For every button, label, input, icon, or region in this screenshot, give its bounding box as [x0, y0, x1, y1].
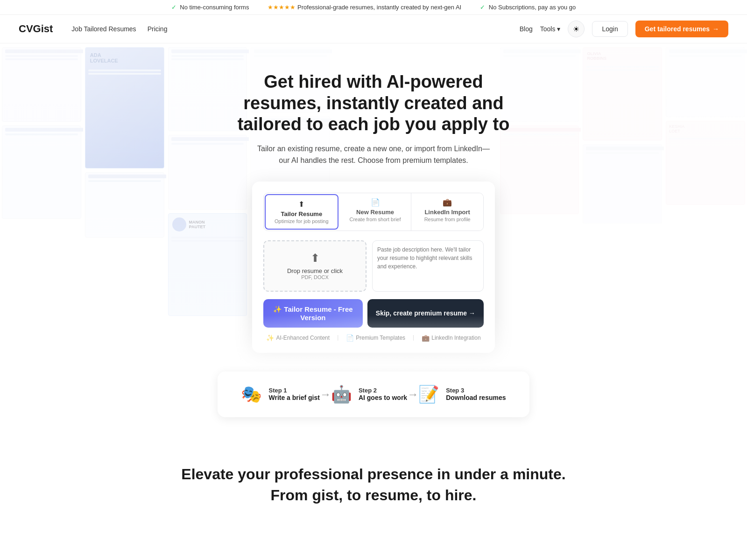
- step2-desc: AI goes to work: [359, 394, 407, 401]
- check-icon1: ✓: [171, 4, 176, 11]
- tab-new-title: New Resume: [356, 209, 394, 216]
- tab-linkedin-import[interactable]: 💼 LinkedIn Import Resume from profile: [411, 193, 483, 231]
- upload-area: ⬆ Drop resume or click PDF, DOCX: [263, 240, 484, 292]
- document-icon: 📄: [371, 198, 380, 207]
- step1-text: Step 1 Write a brief gist: [268, 387, 319, 401]
- tab-tailor-title: Tailor Resume: [281, 210, 323, 217]
- step2-label: Step 2: [359, 387, 407, 394]
- banner-item1: ✓ No time-consuming forms: [171, 4, 249, 11]
- step2-text: Step 2 AI goes to work: [359, 387, 407, 401]
- top-banner: ✓ No time-consuming forms ★★★★★ Professi…: [0, 0, 747, 15]
- nav-tailored-resumes[interactable]: Job Tailored Resumes: [71, 25, 136, 33]
- step3-icon: 📝: [418, 385, 439, 404]
- tab-new-resume[interactable]: 📄 New Resume Create from short brief: [339, 193, 412, 231]
- tab-row: ⬆ Tailor Resume Optimize for job posting…: [263, 193, 484, 231]
- tab-tailor-sub: Optimize for job posting: [275, 218, 329, 224]
- step3: 📝 Step 3 Download resumes: [418, 385, 506, 404]
- step1-arrow-icon: →: [320, 388, 331, 401]
- nav-links: Job Tailored Resumes Pricing: [71, 25, 167, 33]
- cta-label: Get tailored resumes: [645, 25, 710, 33]
- check-icon2: ✓: [480, 4, 485, 11]
- login-button[interactable]: Login: [592, 21, 627, 37]
- drop-zone[interactable]: ⬆ Drop resume or click PDF, DOCX: [263, 240, 366, 292]
- step3-text: Step 3 Download resumes: [446, 387, 506, 401]
- stars: ★★★★★: [268, 4, 296, 11]
- bottom-section: Elevate your professional presence in un…: [0, 436, 747, 525]
- navbar-right: Blog Tools ▾ ☀ Login Get tailored resume…: [520, 21, 728, 37]
- tools-chevron-icon: ▾: [557, 25, 560, 33]
- hero-title: Get hired with AI-powered resumes, insta…: [233, 71, 514, 135]
- banner-item3: ✓ No Subscriptions, pay as you go: [480, 4, 576, 11]
- get-tailored-resumes-button[interactable]: Get tailored resumes →: [635, 21, 728, 37]
- step1-label: Step 1: [268, 387, 319, 394]
- nav-pricing[interactable]: Pricing: [148, 25, 168, 33]
- logo[interactable]: CVGist: [19, 23, 53, 35]
- cta-arrow-icon: →: [712, 25, 719, 33]
- step3-label: Step 3: [446, 387, 506, 394]
- sun-icon: ☀: [573, 25, 579, 34]
- tab-new-sub: Create from short brief: [349, 217, 401, 222]
- banner-item2: ★★★★★ Professional-grade resumes, instan…: [268, 4, 461, 11]
- hero-section: ADALOVELACE MANONPAUTET: [0, 43, 747, 371]
- step2-arrow-icon: →: [407, 388, 418, 401]
- tab-linkedin-sub: Resume from profile: [424, 217, 471, 222]
- step1: 🎭 Step 1 Write a brief gist: [241, 385, 319, 404]
- step2-icon: 🤖: [331, 385, 352, 404]
- bottom-title: Elevate your professional presence in un…: [9, 464, 738, 506]
- tab-linkedin-title: LinkedIn Import: [424, 209, 470, 216]
- step1-icon: 🎭: [241, 385, 262, 404]
- upload-arrow-icon: ⬆: [310, 252, 320, 265]
- linkedin-icon: 💼: [443, 198, 452, 207]
- navbar: CVGist Job Tailored Resumes Pricing Blog…: [0, 15, 747, 43]
- theme-toggle[interactable]: ☀: [568, 21, 585, 37]
- navbar-left: CVGist Job Tailored Resumes Pricing: [19, 23, 167, 35]
- job-description-input[interactable]: [372, 240, 484, 292]
- step2: 🤖 Step 2 AI goes to work: [331, 385, 407, 404]
- tools-label: Tools: [540, 25, 556, 33]
- drop-label: Drop resume or click: [287, 267, 343, 274]
- tab-tailor-resume[interactable]: ⬆ Tailor Resume Optimize for job posting: [265, 194, 338, 230]
- drop-sub: PDF, DOCX: [301, 274, 329, 280]
- blog-link[interactable]: Blog: [520, 25, 533, 33]
- steps-section: 🎭 Step 1 Write a brief gist → 🤖 Step 2 A…: [218, 371, 529, 417]
- upload-icon: ⬆: [298, 200, 304, 209]
- hero-subtitle: Tailor an existing resume, create a new …: [252, 143, 495, 167]
- step1-desc: Write a brief gist: [268, 394, 319, 401]
- tools-dropdown[interactable]: Tools ▾: [540, 25, 561, 33]
- step3-desc: Download resumes: [446, 394, 506, 401]
